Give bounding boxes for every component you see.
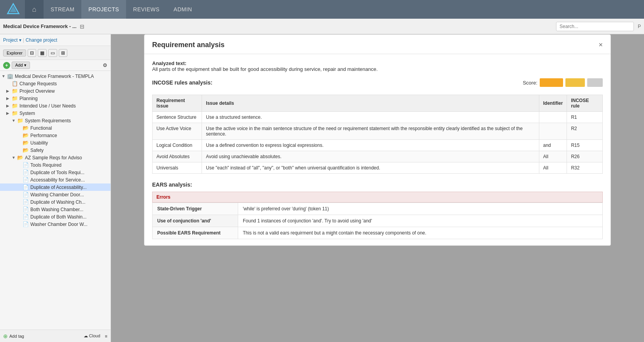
- col-header-details: Issue details: [202, 95, 539, 112]
- row-identifier: All: [539, 162, 567, 174]
- cloud-label[interactable]: ☁ Cloud: [84, 333, 100, 338]
- tree-toggle: ▼: [2, 74, 7, 78]
- list-item[interactable]: ▶ 📁 Planning: [0, 95, 111, 102]
- pane-icon: ▭: [51, 50, 55, 56]
- row-issue: Logical Condition: [153, 140, 202, 151]
- nav-projects[interactable]: PROJECTS: [81, 0, 126, 19]
- tree-root[interactable]: ▼ 🏢 Medical Device Framework - TEMPLA: [0, 72, 111, 80]
- list-item[interactable]: 📋 Change Requests: [0, 80, 111, 87]
- ears-detail: Found 1 instances of conjunction 'and'. …: [238, 215, 603, 227]
- col-header-identifier: Identifier: [539, 95, 567, 112]
- col-header-rule: INCOSE rule: [567, 95, 603, 112]
- ears-label: Possible EARS Requirement: [153, 227, 238, 239]
- add-label: Add ▾: [15, 63, 26, 68]
- row-rule: R26: [567, 151, 603, 162]
- table-row: Avoid Absolutes Avoid using unachievable…: [153, 151, 603, 162]
- list-item[interactable]: 📄 Accessability for Service...: [0, 176, 111, 183]
- row-rule: R32: [567, 162, 603, 174]
- list-icon[interactable]: ≡: [105, 334, 107, 338]
- incose-header: INCOSE rules analysis:: [152, 79, 212, 86]
- score-area: Score:: [523, 78, 603, 87]
- table-row: Sentence Structure Use a structured sent…: [153, 112, 603, 123]
- ears-section: EARS analysis: Errors State-Driven Trigg…: [152, 182, 603, 239]
- nav-stream[interactable]: STREAM: [44, 0, 81, 19]
- score-bar-2: [565, 78, 585, 87]
- ears-table: State-Driven Trigger 'while' is preferre…: [152, 203, 603, 239]
- search-person-icon: P: [638, 24, 641, 29]
- ears-header: EARS analysis:: [152, 182, 603, 188]
- table-row: Universals Use "each" instead of "all", …: [153, 162, 603, 174]
- list-item[interactable]: ▶ 📁 Project Overview: [0, 87, 111, 95]
- list-item[interactable]: ▶ 📁 System: [0, 109, 111, 117]
- row-details: Use a defined convention to express logi…: [202, 140, 539, 151]
- search-input[interactable]: [556, 22, 634, 31]
- add-tag-icon: ⊕: [3, 333, 8, 339]
- list-item[interactable]: ▼ 📁 System Requirements: [0, 117, 111, 124]
- main-content: Requirement analysis × Analyzed text: Al…: [111, 34, 644, 342]
- project-dropdown[interactable]: Project ▾: [3, 37, 21, 43]
- explorer-label: Explorer: [7, 51, 23, 55]
- expand-icon: ⊞: [61, 50, 65, 56]
- cloud-icon: ☁: [84, 333, 88, 338]
- explorer-button[interactable]: Explorer: [3, 49, 26, 56]
- list-item[interactable]: 📄 Duplicate of Both Washin...: [0, 213, 111, 220]
- modal-body: Analyzed text: All parts of the equipmen…: [144, 54, 611, 245]
- change-project-link[interactable]: Change project: [26, 37, 57, 43]
- row-identifier: All: [539, 151, 567, 162]
- row-rule: R15: [567, 140, 603, 151]
- row-details: Use a structured sentence.: [202, 112, 539, 123]
- list-item-selected[interactable]: 📄 Duplicate of Accessability...: [0, 183, 111, 191]
- nav-reviews[interactable]: REVIEWS: [126, 0, 167, 19]
- table-row: Logical Condition Use a defined conventi…: [153, 140, 603, 151]
- list-item[interactable]: 📄 Washer Chamber Door W...: [0, 220, 111, 228]
- list-item[interactable]: 📂 Functional: [0, 124, 111, 132]
- home-button[interactable]: ⌂: [25, 0, 44, 19]
- app-logo: [5, 1, 22, 18]
- ears-label: State-Driven Trigger: [153, 203, 238, 215]
- modal-close-button[interactable]: ×: [598, 41, 603, 49]
- list-item[interactable]: 📂 Performance: [0, 132, 111, 139]
- grid-icon: ▦: [40, 50, 44, 56]
- list-item[interactable]: 📄 Tools Required: [0, 161, 111, 169]
- requirement-analysis-modal: Requirement analysis × Analyzed text: Al…: [144, 34, 611, 246]
- project-bar: Project ▾ | Change project: [0, 34, 111, 46]
- nav-admin[interactable]: ADMIN: [167, 0, 199, 19]
- table-row: Use of conjunction 'and' Found 1 instanc…: [153, 215, 603, 227]
- list-item[interactable]: 📄 Duplicate of Tools Requi...: [0, 169, 111, 176]
- row-details: Avoid using unachievable absolutes.: [202, 151, 539, 162]
- list-item[interactable]: ▶ 📁 Intended Use / User Needs: [0, 102, 111, 109]
- list-item[interactable]: 📂 Usability: [0, 139, 111, 146]
- add-button[interactable]: Add ▾: [12, 62, 30, 69]
- row-issue: Universals: [153, 162, 202, 174]
- list-item[interactable]: 📄 Both Washing Chamber...: [0, 206, 111, 213]
- pane-button[interactable]: ▭: [48, 49, 57, 57]
- sidebar: Project ▾ | Change project Explorer ⊟ ▦ …: [0, 34, 111, 342]
- window-title: Medical Device Framework - ...: [3, 23, 77, 29]
- list-item[interactable]: 📂 Safety: [0, 146, 111, 154]
- filter-button[interactable]: ⊟: [28, 49, 36, 57]
- col-header-issue: Requirement issue: [153, 95, 202, 112]
- add-tag-label[interactable]: Add tag: [9, 334, 24, 338]
- main-layout: Project ▾ | Change project Explorer ⊟ ▦ …: [0, 34, 644, 342]
- list-item[interactable]: 📄 Duplicate of Washing Ch...: [0, 198, 111, 206]
- list-item[interactable]: 📄 Washing Chamber Door...: [0, 191, 111, 198]
- ears-detail: 'while' is preferred over 'during' (toke…: [238, 203, 603, 215]
- row-issue: Avoid Absolutes: [153, 151, 202, 162]
- table-row: State-Driven Trigger 'while' is preferre…: [153, 203, 603, 215]
- row-details: Use "each" instead of "all", "any", or "…: [202, 162, 539, 174]
- window-icon[interactable]: ⊟: [80, 23, 84, 30]
- tree-root-label: Medical Device Framework - TEMPLA: [15, 74, 94, 79]
- expand-button[interactable]: ⊞: [59, 49, 67, 57]
- table-row: Possible EARS Requirement This is not a …: [153, 227, 603, 239]
- table-row: Use Active Voice Use the active voice in…: [153, 123, 603, 140]
- ears-label: Use of conjunction 'and': [153, 215, 238, 227]
- ears-errors-header: Errors: [152, 192, 603, 203]
- incose-table: Requirement issue Issue details Identifi…: [152, 95, 603, 174]
- row-issue: Sentence Structure: [153, 112, 202, 123]
- list-item[interactable]: ▼ 📂 AZ Sample Reqs for Adviso: [0, 154, 111, 161]
- row-rule: R1: [567, 112, 603, 123]
- settings-icon[interactable]: ⚙: [103, 62, 107, 68]
- top-nav: ⌂ STREAM PROJECTS REVIEWS ADMIN: [0, 0, 644, 19]
- grid-button[interactable]: ▦: [38, 49, 47, 57]
- modal-overlay: Requirement analysis × Analyzed text: Al…: [111, 34, 644, 342]
